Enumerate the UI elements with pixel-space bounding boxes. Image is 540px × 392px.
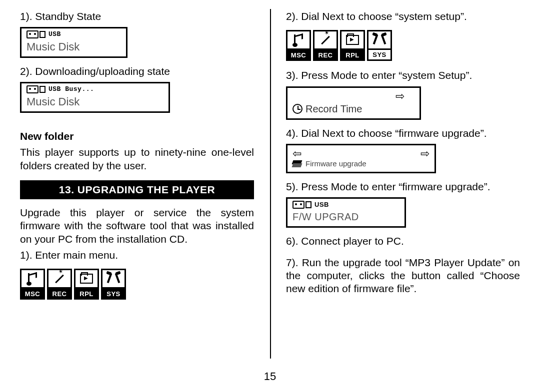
- step-text: 5). Press Mode to enter “firmware upgrad…: [286, 180, 520, 193]
- right-arrow-icon: ⇨: [396, 91, 404, 102]
- cassette-icon: [292, 201, 312, 209]
- menu-sys: SYS: [101, 269, 126, 300]
- lcd-title: Music Disk: [26, 95, 164, 109]
- column-divider: [270, 9, 271, 359]
- menu-label: SYS: [101, 289, 126, 300]
- menu-msc: MSC: [286, 30, 311, 61]
- lcd-title: Music Disk: [26, 40, 121, 54]
- upgrade-text: Upgrade this player or service the syste…: [20, 206, 254, 246]
- menu-rec: REC: [47, 269, 72, 300]
- step-text: 2). Downloading/uploading state: [20, 65, 254, 78]
- menu-label: MSC: [20, 289, 45, 300]
- step-text: 1). Standby State: [20, 10, 254, 23]
- fw-upgrad-title: F/W UPGRAD: [292, 211, 400, 223]
- menu-rpl: RPL: [74, 269, 99, 300]
- menu-label: RPL: [340, 50, 365, 61]
- newfolder-text: This player supports up to ninety-nine o…: [20, 146, 254, 172]
- lcd-standby: USB Music Disk: [20, 27, 128, 58]
- layers-icon: [292, 160, 302, 167]
- menu-rec: REC: [313, 30, 338, 61]
- firmware-upgrade-label: Firmware upgrade: [306, 159, 366, 169]
- replay-icon: [340, 30, 365, 50]
- menu-label: SYS: [367, 50, 392, 61]
- arrow-row: ⇦ ⇨: [292, 148, 430, 159]
- manual-page: 1). Standby State USB Music Disk 2). Dow…: [0, 0, 540, 392]
- lcd-fw-upgrad: USB F/W UPGRAD: [286, 197, 406, 228]
- section-heading: 13. UPGRADING THE PLAYER: [20, 180, 254, 199]
- menu-label: RPL: [74, 289, 99, 300]
- step-text: 7). Run the upgrade tool “MP3 Player Upd…: [286, 256, 520, 296]
- lcd-firmware-choice: ⇦ ⇨ Firmware upgrade: [286, 144, 436, 173]
- step-text: 4). Dial Next to choose “firmware upgrad…: [286, 127, 520, 140]
- microphone-icon: [313, 30, 338, 50]
- lcd-busy: USB Busy... Music Disk: [20, 82, 170, 113]
- menu-label: REC: [47, 289, 72, 300]
- left-column: 1). Standby State USB Music Disk 2). Dow…: [0, 0, 270, 360]
- lcd-top-row: USB Busy...: [26, 85, 164, 93]
- usb-badge: USB: [48, 30, 61, 38]
- usb-badge: USB Busy...: [48, 85, 94, 93]
- newfolder-heading: New folder: [20, 130, 254, 143]
- step-text: 3). Press Mode to enter “system Setup”.: [286, 69, 520, 82]
- step-text: 2). Dial Next to choose “system setup”.: [286, 10, 520, 23]
- cassette-icon: [26, 85, 46, 93]
- menu-rpl: RPL: [340, 30, 365, 61]
- usb-badge: USB: [314, 201, 329, 209]
- lcd-top-row: USB: [26, 30, 121, 38]
- menu-msc: MSC: [20, 269, 45, 300]
- tools-icon: [101, 269, 126, 289]
- menu-label: REC: [313, 50, 338, 61]
- lcd-recordtime: ⇨ Record Time: [286, 86, 421, 120]
- step-text: 1). Enter main menu.: [20, 249, 254, 262]
- music-icon: [286, 30, 311, 50]
- left-arrow-icon: ⇦: [292, 148, 302, 159]
- menu-sys-selected: SYS: [367, 30, 392, 61]
- arrow-row: ⇨: [292, 90, 414, 103]
- recordtime-label: Record Time: [306, 103, 362, 115]
- clock-icon: [292, 104, 302, 114]
- page-number: 15: [0, 370, 540, 383]
- microphone-icon: [47, 269, 72, 289]
- right-column: 2). Dial Next to choose “system setup”. …: [270, 0, 540, 360]
- music-icon: [20, 269, 45, 289]
- menu-strip-left: MSC REC RPL SYS: [20, 269, 126, 300]
- step-text: 6). Connect player to PC.: [286, 235, 520, 248]
- menu-label: MSC: [286, 50, 311, 61]
- right-arrow-icon: ⇨: [420, 148, 430, 159]
- menu-strip-right: MSC REC RPL SYS: [286, 30, 392, 61]
- replay-icon: [74, 269, 99, 289]
- tools-icon: [367, 30, 392, 50]
- cassette-icon: [26, 30, 46, 38]
